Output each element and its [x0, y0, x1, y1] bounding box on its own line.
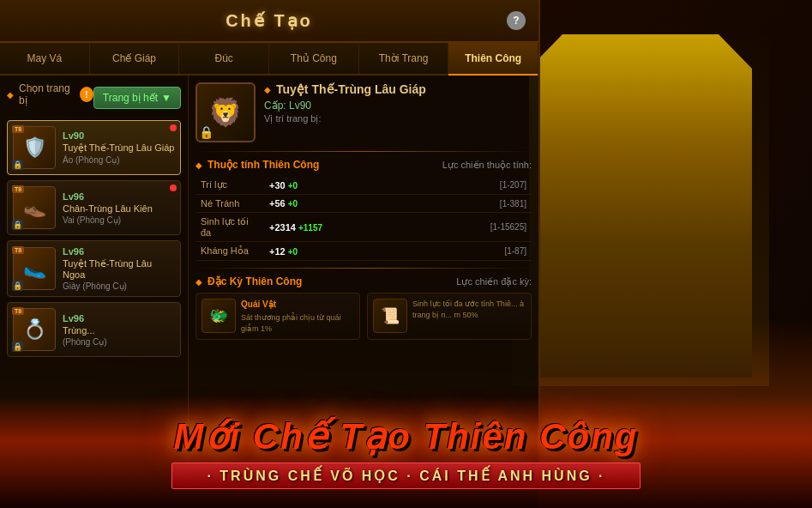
banner-subtitle: · TRÙNG CHẾ VÕ HỌC · CÁI THẾ ANH HÙNG · [171, 463, 640, 489]
tab-che-giap[interactable]: Chế Giáp [90, 43, 180, 74]
header-bar: Chế Tạo ? [0, 0, 538, 43]
lock-icon: 🔒 [12, 281, 23, 291]
skill-text-1: Quái Vật Sát thương phải chịu từ quái gi… [241, 299, 354, 334]
stat-row-1: Trí lực +30 +0 [1-207] [195, 176, 532, 195]
stat-name-3: Sinh lực tối đa [195, 213, 264, 242]
detail-diamond-icon: ◆ [264, 85, 271, 94]
tab-may-va[interactable]: May Vá [0, 43, 90, 74]
tab-duc[interactable]: Đúc [179, 43, 269, 74]
stat-name-1: Trí lực [195, 176, 264, 195]
equip-icon-4: T8 💍 🔒 [13, 308, 56, 351]
banner-title: Mới Chế Tạo Thiên Công [174, 415, 639, 457]
warning-icon: ! [80, 87, 93, 102]
equip-item-2[interactable]: T8 👞 🔒 Lv96 Chân-Trùng Lâu Kiên Vai (Phò… [7, 180, 181, 235]
equip-icon-1: T8 🛡️ 🔒 [13, 126, 56, 169]
lock-overlay-icon: 🔒 [199, 125, 214, 139]
stats-diamond-icon: ◆ [195, 160, 202, 170]
stat-name-4: Kháng Hỏa [195, 242, 264, 261]
tab-thoi-trang[interactable]: Thời Trang [359, 43, 449, 74]
stats-section-header: ◆ Thuộc tính Thiên Công Lực chiến thuộc … [195, 159, 532, 171]
lock-icon: 🔒 [12, 220, 23, 230]
stat-range-1: [1-207] [418, 176, 532, 195]
stat-bonus-3: +1157 [298, 223, 322, 233]
equipment-btn[interactable]: Trang bị hết ▼ [93, 87, 181, 109]
tab-thu-cong[interactable]: Thủ Công [269, 43, 359, 74]
stat-val-4: +12 +0 [264, 242, 418, 261]
stat-val-3: +2314 +1157 [264, 213, 418, 242]
tab-bar: May Vá Chế Giáp Đúc Thủ Công Thời Trang … [0, 43, 538, 76]
stat-bonus-1: +0 [288, 181, 298, 190]
equip-icon-3: T8 🥿 🔒 [13, 247, 56, 290]
skill-icon-2: 📜 [373, 299, 407, 333]
lock-icon: 🔒 [12, 160, 23, 170]
stats-table: Trí lực +30 +0 [1-207] Né Tránh +56 +0 [… [195, 176, 532, 261]
stat-row-4: Kháng Hỏa +12 +0 [1-87] [195, 242, 532, 261]
equip-header: ◆ Chọn trang bị ! Trang bị hết ▼ [7, 82, 181, 113]
dac-ky-right-label: Lực chiến đặc kỳ: [456, 276, 532, 287]
detail-item-icon: 🦁 🔒 [195, 82, 256, 142]
stat-val-2: +56 +0 [264, 195, 418, 213]
stat-row-3: Sinh lực tối đa +2314 +1157 [1-15625] [195, 213, 532, 242]
bottom-banner: Mới Chế Tạo Thiên Công · TRÙNG CHẾ VÕ HỌ… [0, 396, 812, 508]
detail-name-row: ◆ Tuyệt Thế-Trùng Lâu Giáp [264, 82, 532, 96]
stat-row-2: Né Tránh +56 +0 [1-381] [195, 195, 532, 213]
luc-chien-label: Lực chiến thuộc tính: [442, 160, 532, 171]
stat-bonus-2: +0 [288, 199, 298, 209]
panel-title: Chọn trang bị [19, 82, 75, 106]
equip-icon-2: T8 👞 🔒 [13, 186, 56, 229]
skills-diamond-icon: ◆ [195, 277, 202, 287]
divider-2 [195, 268, 532, 269]
stat-val-1: +30 +0 [264, 176, 418, 195]
skill-card-1: 🐲 Quái Vật Sát thương phải chịu từ quái … [195, 293, 360, 340]
skills-section-header: ◆ Đặc Kỳ Thiên Công Lực chiến đặc kỳ: [195, 275, 532, 287]
equip-item-3[interactable]: T8 🥿 🔒 Lv96 Tuyệt Thế-Trùng Lâu Ngoa Già… [7, 240, 181, 297]
detail-info: ◆ Tuyệt Thế-Trùng Lâu Giáp Cấp: Lv90 Vị … [264, 82, 532, 124]
tab-thien-cong[interactable]: Thiên Công [448, 43, 538, 74]
stat-name-2: Né Tránh [195, 195, 264, 213]
character-illustration [512, 26, 769, 386]
skills-section-title: Đặc Kỳ Thiên Công [208, 275, 302, 287]
panel-header: ◆ Chọn trang bị ! [7, 82, 93, 106]
equip-info-1: Lv90 Tuyệt Thế-Trùng Lâu Giáp Áo (Phòng … [63, 130, 175, 165]
skill-icon-1: 🐲 [201, 299, 236, 333]
skill-card-2: 📜 Sinh lực tối đa ước tính Thiê... à tra… [367, 293, 532, 340]
stat-range-4: [1-87] [418, 242, 532, 261]
stat-range-3: [1-15625] [418, 213, 532, 242]
item-detail-header: 🦁 🔒 ◆ Tuyệt Thế-Trùng Lâu Giáp Cấp: Lv90… [195, 82, 532, 142]
chevron-down-icon: ▼ [161, 92, 171, 104]
divider-1 [195, 151, 532, 152]
detail-item-name: Tuyệt Thế-Trùng Lâu Giáp [276, 82, 426, 96]
equip-info-2: Lv96 Chân-Trùng Lâu Kiên Vai (Phòng Cụ) [63, 191, 175, 225]
diamond-icon: ◆ [7, 90, 14, 100]
notification-dot [170, 124, 177, 131]
page-title: Chế Tạo [226, 10, 313, 31]
skills-row: 🐲 Quái Vật Sát thương phải chịu từ quái … [195, 293, 532, 340]
detail-item-level: Cấp: Lv90 [264, 100, 532, 112]
lock-icon: 🔒 [12, 342, 23, 352]
equip-info-4: Lv96 Trùng... (Phòng Cụ) [63, 313, 175, 347]
skill-text-2: Sinh lực tối đa ước tính Thiê... à trang… [412, 299, 526, 334]
help-button[interactable]: ? [507, 11, 526, 30]
equip-item-4[interactable]: T8 💍 🔒 Lv96 Trùng... (Phòng Cụ) [7, 302, 181, 357]
detail-item-position: Vị trí trang bị: [264, 113, 532, 124]
equip-info-3: Lv96 Tuyệt Thế-Trùng Lâu Ngoa Giày (Phòn… [63, 246, 175, 291]
stat-bonus-4: +0 [288, 247, 298, 257]
equip-item-1[interactable]: T8 🛡️ 🔒 Lv90 Tuyệt Thế-Trùng Lâu Giáp Áo… [7, 120, 181, 175]
stats-section-title: Thuộc tính Thiên Công [208, 159, 319, 171]
notification-dot [170, 184, 177, 191]
stat-range-2: [1-381] [418, 195, 532, 213]
